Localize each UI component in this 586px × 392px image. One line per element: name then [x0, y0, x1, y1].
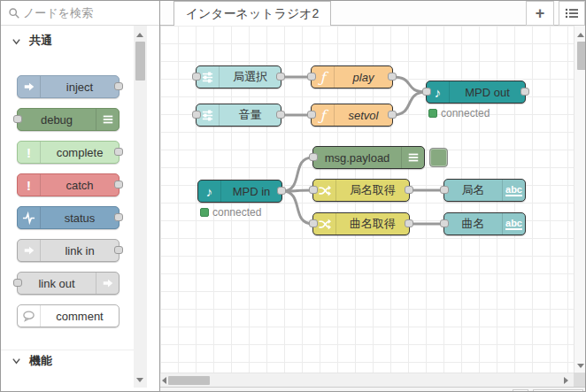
- scroll-up-arrow[interactable]: [136, 33, 143, 37]
- input-port[interactable]: [307, 73, 316, 81]
- palette-node-label: complete: [41, 146, 119, 159]
- flow-node-get-song-name[interactable]: 曲名取得: [312, 212, 410, 235]
- workspace-footer: [160, 387, 586, 392]
- category-label: 機能: [29, 353, 52, 369]
- scrollbar-thumb[interactable]: [577, 42, 586, 70]
- search-input[interactable]: [23, 3, 129, 23]
- palette-search: [1, 1, 160, 26]
- wire[interactable]: [393, 77, 426, 92]
- flow-node-setvol[interactable]: ƒ setvol: [311, 104, 393, 127]
- canvas-vertical-scrollbar: [574, 26, 586, 373]
- flow-node-mpd-in[interactable]: ♪ MPD in connected: [197, 180, 282, 203]
- input-port[interactable]: [440, 219, 449, 227]
- palette-node-label: inject: [41, 81, 119, 94]
- input-port[interactable]: [440, 186, 449, 194]
- scroll-up-arrow[interactable]: [577, 33, 584, 37]
- flow-node-get-station-name[interactable]: 局名取得: [312, 179, 410, 202]
- palette-node-complete[interactable]: ! complete: [17, 141, 120, 164]
- scroll-down-arrow[interactable]: [136, 378, 143, 382]
- status-dot-icon: [200, 208, 209, 217]
- flow-node-volume[interactable]: 音量: [196, 104, 281, 127]
- wire[interactable]: [282, 191, 312, 224]
- output-port[interactable]: [405, 219, 413, 227]
- palette-node-status[interactable]: status: [17, 206, 120, 229]
- node-label: msg.payload: [313, 151, 401, 165]
- link-arrow-icon: [96, 273, 119, 294]
- output-port[interactable]: [114, 213, 123, 221]
- node-status: connected: [428, 107, 490, 119]
- input-port[interactable]: [307, 111, 316, 119]
- scroll-down-arrow[interactable]: [577, 364, 584, 368]
- palette-node-label: comment: [41, 310, 119, 323]
- node-label: 曲名: [444, 216, 502, 232]
- add-flow-button[interactable]: +: [526, 1, 554, 26]
- output-port[interactable]: [277, 187, 286, 195]
- abc-text-icon: abc: [502, 180, 525, 201]
- input-port[interactable]: [309, 186, 318, 194]
- status-text: connected: [212, 206, 261, 219]
- node-label: 局名: [444, 182, 502, 198]
- palette-node-catch[interactable]: ! catch: [17, 173, 120, 196]
- palette-category-common[interactable]: 共通: [1, 30, 134, 51]
- output-port[interactable]: [114, 246, 123, 254]
- list-menu-icon: [565, 7, 579, 19]
- flow-node-play[interactable]: ƒ play: [311, 65, 393, 88]
- output-port[interactable]: [520, 88, 529, 96]
- input-port[interactable]: [13, 279, 22, 287]
- workspace: インターネットラジオ2 +: [160, 1, 586, 392]
- output-port[interactable]: [276, 111, 285, 119]
- node-label: 局選択: [220, 69, 281, 85]
- output-port[interactable]: [114, 181, 123, 188]
- tab-bar: インターネットラジオ2 +: [160, 1, 586, 26]
- palette-node-label: link out: [18, 277, 96, 290]
- palette-category-function[interactable]: 機能: [1, 350, 134, 371]
- output-port[interactable]: [388, 73, 397, 81]
- pulse-icon: [18, 207, 41, 228]
- wire[interactable]: [393, 92, 426, 115]
- palette-node-link-out[interactable]: link out: [17, 272, 120, 295]
- palette-node-label: link in: [41, 244, 119, 257]
- input-port[interactable]: [309, 153, 318, 161]
- output-port[interactable]: [276, 73, 285, 81]
- wire[interactable]: [282, 158, 312, 191]
- plus-icon: +: [536, 4, 545, 23]
- flow-node-mpd-out[interactable]: ♪ MPD out connected: [426, 81, 526, 104]
- palette-node-inject[interactable]: inject: [17, 75, 120, 98]
- scrollbar-thumb[interactable]: [168, 376, 210, 385]
- input-port[interactable]: [309, 219, 318, 227]
- status-dot-icon: [428, 109, 437, 118]
- node-label: 音量: [220, 107, 281, 123]
- palette-node-debug[interactable]: debug: [17, 108, 120, 131]
- comment-bubble-icon: [18, 305, 41, 327]
- chevron-down-icon: [12, 356, 21, 365]
- node-label: play: [335, 71, 392, 84]
- output-port[interactable]: [114, 148, 123, 156]
- music-note-icon: ♪: [198, 181, 221, 202]
- input-port[interactable]: [13, 115, 22, 123]
- flow-canvas[interactable]: 局選択 音量 ƒ play: [160, 26, 574, 373]
- input-port[interactable]: [422, 88, 431, 96]
- scroll-left-arrow[interactable]: [162, 377, 166, 384]
- palette-node-label: status: [41, 211, 119, 225]
- abc-text-icon: abc: [502, 213, 525, 234]
- debug-enable-toggle[interactable]: [429, 148, 448, 167]
- palette-node-comment[interactable]: comment: [17, 304, 120, 327]
- flow-list-button[interactable]: [559, 1, 585, 26]
- input-port[interactable]: [192, 73, 201, 81]
- output-port[interactable]: [405, 186, 413, 194]
- input-port[interactable]: [192, 111, 201, 119]
- flow-node-song-name[interactable]: 曲名 abc: [443, 212, 526, 235]
- tab-internet-radio-2[interactable]: インターネットラジオ2: [173, 1, 331, 26]
- output-port[interactable]: [114, 82, 123, 90]
- scroll-right-arrow[interactable]: [564, 377, 568, 384]
- flow-node-station-name[interactable]: 局名 abc: [443, 179, 526, 202]
- scrollbar-thumb[interactable]: [135, 42, 145, 81]
- palette-node-link-in[interactable]: link in: [17, 239, 120, 262]
- output-port[interactable]: [388, 111, 397, 119]
- flow-node-msg-payload[interactable]: msg.payload: [312, 146, 425, 169]
- palette-node-label: debug: [18, 113, 96, 127]
- flow-node-station-select[interactable]: 局選択: [196, 65, 281, 88]
- node-label: 局名取得: [336, 182, 409, 198]
- link-arrow-icon: [18, 240, 41, 261]
- palette-scrollbar: [134, 26, 147, 388]
